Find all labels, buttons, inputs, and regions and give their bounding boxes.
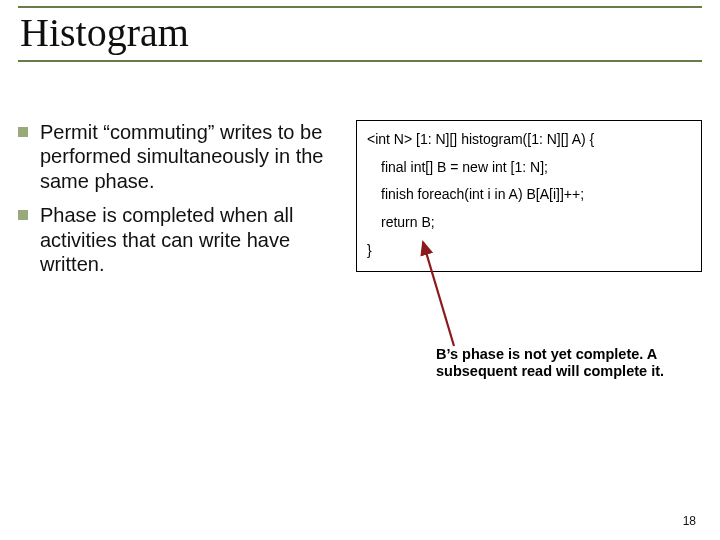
title-bottom-rule — [18, 60, 702, 62]
code-line: return B; — [367, 212, 691, 234]
bullet-text: Phase is completed when all activities t… — [40, 203, 338, 276]
title-top-rule — [18, 6, 702, 8]
right-column: <int N> [1: N][] histogram([1: N][] A) {… — [356, 120, 702, 286]
page-number: 18 — [683, 514, 696, 528]
list-item: Permit “commuting” writes to be performe… — [18, 120, 338, 193]
code-box: <int N> [1: N][] histogram([1: N][] A) {… — [356, 120, 702, 272]
annotation-caption: B’s phase is not yet complete. A subsequ… — [436, 346, 666, 381]
square-bullet-icon — [18, 127, 28, 137]
square-bullet-icon — [18, 210, 28, 220]
title-block: Histogram — [18, 6, 702, 62]
code-line: final int[] B = new int [1: N]; — [367, 157, 691, 179]
list-item: Phase is completed when all activities t… — [18, 203, 338, 276]
bullet-list: Permit “commuting” writes to be performe… — [18, 120, 338, 286]
page-title: Histogram — [18, 12, 702, 54]
code-line: finish foreach(int i in A) B[A[i]]++; — [367, 184, 691, 206]
code-line: } — [367, 240, 691, 262]
bullet-text: Permit “commuting” writes to be performe… — [40, 120, 338, 193]
content-area: Permit “commuting” writes to be performe… — [18, 120, 702, 286]
code-line: <int N> [1: N][] histogram([1: N][] A) { — [367, 129, 691, 151]
